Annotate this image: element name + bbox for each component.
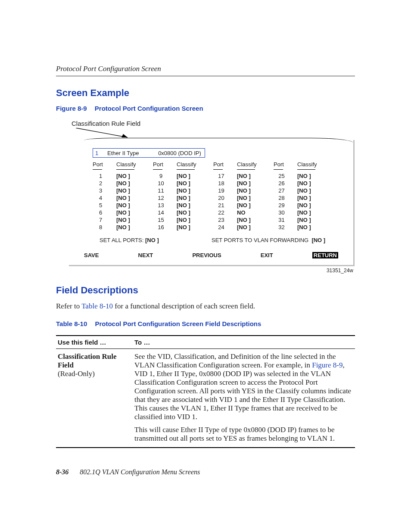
- nav-previous[interactable]: PREVIOUS: [192, 252, 221, 258]
- classify-value[interactable]: [NO ]: [116, 180, 153, 187]
- classify-value[interactable]: [NO ]: [237, 224, 274, 231]
- port-table: PortClassifyPortClassifyPortClassifyPort…: [93, 160, 342, 231]
- classify-value[interactable]: [NO ]: [116, 194, 153, 202]
- header-underline: [116, 169, 134, 170]
- nav-return[interactable]: RETURN: [312, 252, 338, 258]
- field-qualifier: (Read-Only): [58, 370, 95, 378]
- table-8-10-link[interactable]: Table 8-10: [81, 302, 113, 310]
- port-number: 8: [93, 224, 116, 231]
- classify-value[interactable]: [NO ]: [177, 187, 213, 194]
- classify-value[interactable]: NO: [237, 209, 274, 216]
- header-underline: [93, 169, 102, 170]
- port-number: 6: [93, 209, 116, 216]
- figure-image-id: 31351_24w: [56, 268, 353, 274]
- field-descriptions-table: Use this field … To … Classification Rul…: [56, 335, 355, 448]
- classify-value[interactable]: [NO ]: [237, 172, 274, 180]
- port-number: 21: [213, 202, 237, 209]
- port-number: 17: [213, 172, 237, 180]
- set-all-ports-value[interactable]: [NO ]: [145, 237, 159, 243]
- col-header-classify: Classify: [177, 160, 213, 168]
- header-underline: [237, 169, 255, 170]
- figure-nav-bar: SAVE NEXT PREVIOUS EXIT RETURN: [84, 252, 338, 258]
- classify-value[interactable]: [NO ]: [177, 209, 213, 216]
- classify-value[interactable]: [NO ]: [237, 194, 274, 202]
- classify-value[interactable]: [NO ]: [177, 194, 213, 202]
- port-number: 7: [93, 216, 116, 224]
- set-vlan-forwarding-value[interactable]: [NO ]: [311, 237, 325, 243]
- classify-value[interactable]: [NO ]: [237, 187, 274, 194]
- port-number: 15: [153, 216, 177, 224]
- port-number: 22: [213, 209, 237, 216]
- svg-line-0: [76, 128, 128, 137]
- running-header: Protocol Port Configuration Screen: [56, 65, 355, 73]
- port-number: 4: [93, 194, 116, 202]
- figure-frame: 1 Ether II Type 0x0800 (DOD IP) PortClas…: [69, 140, 353, 265]
- classify-value[interactable]: [NO ]: [177, 180, 213, 187]
- port-number: 11: [153, 187, 177, 194]
- classify-value[interactable]: [NO ]: [116, 209, 153, 216]
- classify-value[interactable]: [NO ]: [297, 216, 334, 224]
- port-number: 5: [93, 202, 116, 209]
- annotation-arrow: [72, 128, 355, 140]
- port-number: 16: [153, 224, 177, 231]
- port-number: 27: [274, 187, 297, 194]
- port-number: 3: [93, 187, 116, 194]
- section-heading-screen-example: Screen Example: [56, 87, 355, 99]
- classify-value[interactable]: [NO ]: [297, 172, 334, 180]
- col-header-classify: Classify: [297, 160, 334, 168]
- port-number: 32: [274, 224, 297, 231]
- classify-value[interactable]: [NO ]: [297, 187, 334, 194]
- classify-value[interactable]: [NO ]: [237, 180, 274, 187]
- col-header-classify: Classify: [237, 160, 274, 168]
- classify-value[interactable]: [NO ]: [116, 202, 153, 209]
- figure-annotation-label: Classification Rule Field: [72, 120, 355, 127]
- classify-value[interactable]: [NO ]: [177, 172, 213, 180]
- port-number: 25: [274, 172, 297, 180]
- classify-value[interactable]: [NO ]: [116, 172, 153, 180]
- field-name: Classification Rule Field: [58, 352, 116, 369]
- port-number: 14: [153, 209, 177, 216]
- classify-value[interactable]: [NO ]: [116, 224, 153, 231]
- header-underline: [177, 169, 195, 170]
- figure-caption: Figure 8-9 Protocol Port Configuration S…: [56, 105, 355, 112]
- classify-value[interactable]: [NO ]: [177, 216, 213, 224]
- header-rule: [56, 76, 355, 76]
- port-number: 30: [274, 209, 297, 216]
- classify-value[interactable]: [NO ]: [177, 202, 213, 209]
- classify-value[interactable]: [NO ]: [297, 194, 334, 202]
- port-number: 26: [274, 180, 297, 187]
- port-number: 29: [274, 202, 297, 209]
- classification-type: Ether II Type: [107, 149, 155, 157]
- classify-value[interactable]: [NO ]: [177, 224, 213, 231]
- desc-p1-post: , VID 1, Ether II Type, 0x0800 (DOD IP) …: [134, 361, 351, 421]
- port-number: 9: [153, 172, 177, 180]
- figure-8-9-link[interactable]: Figure 8-9: [312, 361, 342, 369]
- table-title: Protocol Port Configuration Screen Field…: [95, 320, 261, 327]
- desc-p2: This will cause Ether II Type of type 0x…: [134, 426, 335, 442]
- classify-value[interactable]: [NO ]: [237, 216, 274, 224]
- page-footer: 8-36 802.1Q VLAN Configuration Menu Scre…: [56, 468, 200, 476]
- classify-value[interactable]: [NO ]: [297, 224, 334, 231]
- nav-save[interactable]: SAVE: [84, 252, 99, 258]
- lead-text-pre: Refer to: [56, 302, 81, 310]
- svg-marker-1: [121, 134, 128, 137]
- figure-title: Protocol Port Configuration Screen: [95, 105, 203, 112]
- nav-exit[interactable]: EXIT: [261, 252, 273, 258]
- lead-paragraph: Refer to Table 8-10 for a functional des…: [56, 302, 355, 311]
- figure-number: Figure 8-9: [56, 105, 87, 112]
- table-row: Classification Rule Field (Read-Only) Se…: [56, 349, 355, 448]
- port-number: 18: [213, 180, 237, 187]
- nav-next[interactable]: NEXT: [138, 252, 153, 258]
- classify-value[interactable]: [NO ]: [297, 202, 334, 209]
- port-number: 19: [213, 187, 237, 194]
- header-underline: [213, 169, 223, 170]
- port-number: 28: [274, 194, 297, 202]
- classify-value[interactable]: [NO ]: [116, 187, 153, 194]
- classify-value[interactable]: [NO ]: [116, 216, 153, 224]
- classify-value[interactable]: [NO ]: [297, 209, 334, 216]
- port-number: 23: [213, 216, 237, 224]
- classify-value[interactable]: [NO ]: [237, 202, 274, 209]
- desc-p1-pre: See the VID, Classification, and Definit…: [134, 352, 336, 369]
- classify-value[interactable]: [NO ]: [297, 180, 334, 187]
- classification-definition: 0x0800 (DOD IP): [155, 149, 205, 157]
